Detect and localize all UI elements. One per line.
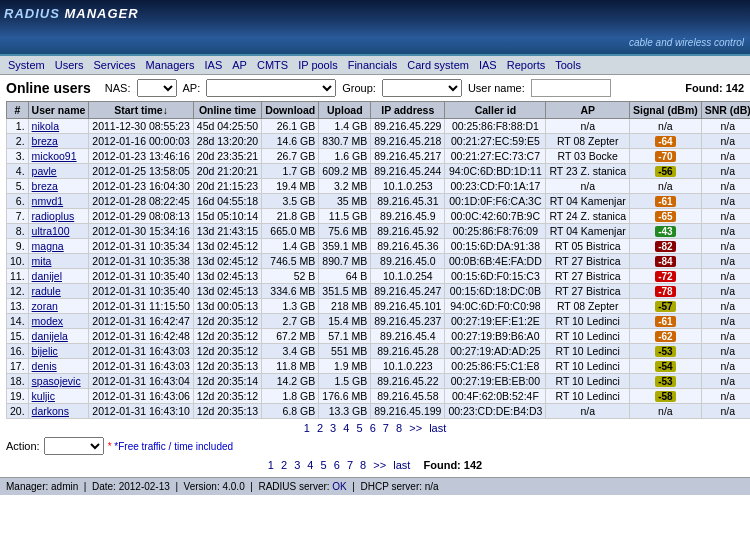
page-1[interactable]: 1 (304, 422, 310, 434)
cell-r11-c3: 13d 02:45:13 (193, 284, 261, 299)
cell-r10-c10: n/a (701, 269, 750, 284)
username-link[interactable]: denis (32, 360, 57, 372)
username-link[interactable]: pavle (32, 165, 57, 177)
username-link[interactable]: zoran (32, 300, 58, 312)
cell-r7-c9: -43 (630, 224, 702, 239)
username-link[interactable]: radioplus (32, 210, 75, 222)
cell-r18-c8: RT 10 Ledinci (546, 389, 630, 404)
username-link[interactable]: danijel (32, 270, 62, 282)
nav-item-reports[interactable]: Reports (503, 58, 550, 72)
nav-item-services[interactable]: Services (89, 58, 139, 72)
nav-item-tools[interactable]: Tools (551, 58, 585, 72)
cell-r7-c10: n/a (701, 224, 750, 239)
username-link[interactable]: danijela (32, 330, 68, 342)
cell-r14-c6: 89.216.45.4 (371, 329, 445, 344)
page-b7[interactable]: 7 (347, 459, 353, 471)
page-2[interactable]: 2 (317, 422, 323, 434)
page-7[interactable]: 7 (383, 422, 389, 434)
col-username[interactable]: User name (28, 102, 89, 119)
cell-r17-c8: RT 10 Ledinci (546, 374, 630, 389)
username-link[interactable]: mickoo91 (32, 150, 77, 162)
nav-item-financials[interactable]: Financials (344, 58, 402, 72)
action-select[interactable] (44, 437, 104, 455)
nav-item-system[interactable]: System (4, 58, 49, 72)
page-5[interactable]: 5 (356, 422, 362, 434)
username-link[interactable]: breza (32, 135, 58, 147)
username-link[interactable]: breza (32, 180, 58, 192)
cell-r11-c1: radule (28, 284, 89, 299)
group-select[interactable] (382, 79, 462, 97)
ap-select[interactable] (206, 79, 336, 97)
cell-r7-c3: 13d 21:43:15 (193, 224, 261, 239)
nav-item-card-system[interactable]: Card system (403, 58, 473, 72)
cell-r8-c0: 9. (7, 239, 29, 254)
cell-r0-c1: nikola (28, 119, 89, 134)
cell-r5-c3: 16d 04:55:18 (193, 194, 261, 209)
nav-item-users[interactable]: Users (51, 58, 88, 72)
page-b1[interactable]: 1 (268, 459, 274, 471)
cell-r6-c10: n/a (701, 209, 750, 224)
username-link[interactable]: nikola (32, 120, 59, 132)
page-blast[interactable]: last (393, 459, 410, 471)
cell-r18-c0: 19. (7, 389, 29, 404)
page-b4[interactable]: 4 (307, 459, 313, 471)
username-link[interactable]: kuljic (32, 390, 55, 402)
page-last[interactable]: last (429, 422, 446, 434)
username-link[interactable]: modex (32, 315, 64, 327)
page-8[interactable]: 8 (396, 422, 402, 434)
page-next[interactable]: >> (409, 422, 422, 434)
cell-r5-c10: n/a (701, 194, 750, 209)
cell-r9-c0: 10. (7, 254, 29, 269)
col-ap: AP (546, 102, 630, 119)
signal-badge: -65 (655, 211, 675, 222)
username-link[interactable]: spasojevic (32, 375, 81, 387)
col-starttime[interactable]: Start time↓ (89, 102, 194, 119)
signal-badge: -70 (655, 151, 675, 162)
page-4[interactable]: 4 (343, 422, 349, 434)
page-b5[interactable]: 5 (321, 459, 327, 471)
cell-r6-c8: RT 24 Z. stanica (546, 209, 630, 224)
signal-badge: -64 (655, 136, 675, 147)
footer-radius-status[interactable]: OK (332, 481, 346, 492)
nav-item-ap[interactable]: AP (228, 58, 251, 72)
username-link[interactable]: ultra100 (32, 225, 70, 237)
cell-r18-c7: 00:4F:62:0B:52:4F (445, 389, 546, 404)
table-row: 11.danijel2012-01-31 10:35:4013d 02:45:1… (7, 269, 751, 284)
cell-r19-c5: 13.3 GB (319, 404, 371, 419)
username-link[interactable]: bijelic (32, 345, 58, 357)
nav-item-managers[interactable]: Managers (142, 58, 199, 72)
cell-r4-c9: n/a (630, 179, 702, 194)
nas-select[interactable] (137, 79, 177, 97)
cell-r15-c0: 16. (7, 344, 29, 359)
cell-r4-c0: 5. (7, 179, 29, 194)
page-bnext[interactable]: >> (373, 459, 386, 471)
username-link[interactable]: mita (32, 255, 52, 267)
username-input[interactable] (531, 79, 611, 97)
username-link[interactable]: magna (32, 240, 64, 252)
page-b8[interactable]: 8 (360, 459, 366, 471)
page-b2[interactable]: 2 (281, 459, 287, 471)
nav-item-ip-pools[interactable]: IP pools (294, 58, 342, 72)
page-b3[interactable]: 3 (294, 459, 300, 471)
cell-r16-c7: 00:25:86:F5:C1:E8 (445, 359, 546, 374)
nav-item-cmts[interactable]: CMTS (253, 58, 292, 72)
page-6[interactable]: 6 (370, 422, 376, 434)
cell-r16-c6: 10.1.0.223 (371, 359, 445, 374)
cell-r12-c6: 89.216.45.101 (371, 299, 445, 314)
cell-r12-c2: 2012-01-31 11:15:50 (89, 299, 194, 314)
nav-item-ias[interactable]: IAS (475, 58, 501, 72)
cell-r2-c5: 1.6 GB (319, 149, 371, 164)
username-link[interactable]: nmvd1 (32, 195, 64, 207)
username-link[interactable]: darkons (32, 405, 69, 417)
cell-r1-c2: 2012-01-16 00:00:03 (89, 134, 194, 149)
nav-item-ias[interactable]: IAS (201, 58, 227, 72)
pagination-bottom: 1 2 3 4 5 6 7 8 >> last Found: 142 (6, 459, 744, 471)
cell-r7-c8: RT 04 Kamenjar (546, 224, 630, 239)
page-3[interactable]: 3 (330, 422, 336, 434)
username-link[interactable]: radule (32, 285, 61, 297)
col-signal: Signal (dBm) (630, 102, 702, 119)
cell-r1-c5: 830.7 MB (319, 134, 371, 149)
page-b6[interactable]: 6 (334, 459, 340, 471)
footer-version: Version: 4.0.0 (184, 481, 245, 492)
cell-r5-c0: 6. (7, 194, 29, 209)
